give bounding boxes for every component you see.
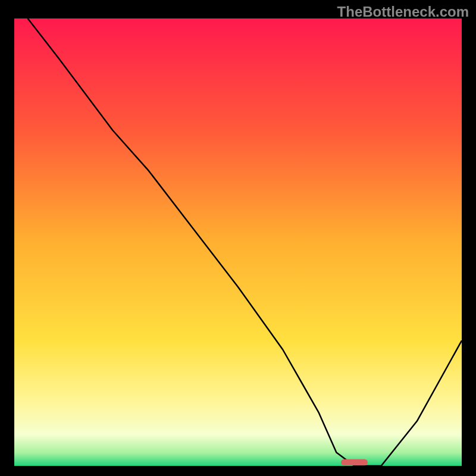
optimal-marker (341, 459, 368, 466)
chart-background (14, 18, 462, 466)
chart-svg (14, 18, 462, 466)
bottleneck-chart (14, 18, 462, 466)
watermark-text: TheBottleneck.com (337, 4, 469, 20)
